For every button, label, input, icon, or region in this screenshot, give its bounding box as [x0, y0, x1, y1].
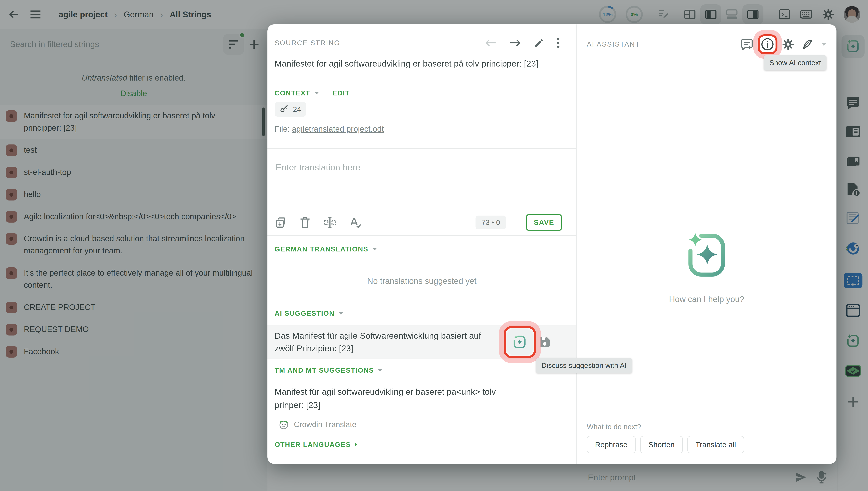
- ai-quick-actions: What to do next? Rephrase Shorten Transl…: [587, 423, 827, 453]
- chevron-down-icon: [314, 92, 319, 94]
- editor-toolbar: 73 • 0 SAVE: [274, 210, 562, 235]
- ai-assistant-logo: [683, 231, 730, 279]
- edit-source-icon[interactable]: [534, 38, 544, 48]
- shorten-button[interactable]: Shorten: [640, 436, 683, 453]
- next-string-icon[interactable]: [509, 38, 521, 48]
- char-counter: 73 • 0: [475, 215, 506, 229]
- file-link[interactable]: agiletranslated project.odt: [292, 124, 384, 134]
- show-ai-context-button[interactable]: [761, 38, 774, 51]
- crowdin-translate-icon: [279, 420, 289, 430]
- context-dropdown[interactable]: CONTEXT: [274, 89, 319, 97]
- ai-suggestion-text: Das Manifest für agile Softwareentwicklu…: [274, 329, 501, 355]
- translate-all-button[interactable]: Translate all: [687, 436, 744, 453]
- clear-translation-icon[interactable]: [299, 216, 311, 229]
- editor-panel: SOURCE STRING Manifestet for: [267, 24, 837, 464]
- collapse-chevron-icon[interactable]: [821, 43, 827, 46]
- show-ai-context-tooltip: Show AI context: [764, 55, 827, 70]
- ai-suggestion-row[interactable]: Das Manifest für agile Softwareentwicklu…: [267, 325, 576, 358]
- discuss-suggestion-tooltip: Discuss suggestion with AI: [536, 358, 632, 373]
- prompt-editor-quill-icon[interactable]: [802, 38, 813, 50]
- tm-provider-label: Crowdin Translate: [294, 420, 356, 429]
- translation-input[interactable]: [267, 149, 576, 210]
- string-key-chip[interactable]: 24: [274, 102, 306, 117]
- ai-assistant-section: AI ASSISTANT: [577, 24, 836, 464]
- ai-sparkle-icon: [512, 335, 527, 349]
- text-caret: [274, 163, 276, 174]
- save-suggestion-icon[interactable]: [538, 335, 551, 349]
- divider: [267, 235, 576, 236]
- ai-empty-state: How can I help you?: [577, 231, 836, 304]
- chevron-down-icon: [372, 248, 377, 251]
- new-conversation-icon[interactable]: [741, 38, 753, 50]
- copy-source-icon[interactable]: [274, 216, 287, 229]
- rephrase-button[interactable]: Rephrase: [587, 436, 636, 453]
- edit-context-button[interactable]: EDIT: [332, 89, 350, 97]
- crowdin-editor-screen: agile project › German › All Strings 12%…: [0, 0, 868, 491]
- translation-editor: [267, 149, 576, 210]
- save-button[interactable]: SAVE: [526, 213, 562, 231]
- info-icon: [761, 38, 774, 51]
- german-translations-dropdown[interactable]: GERMAN TRANSLATIONS: [274, 245, 377, 253]
- ai-settings-gear-icon[interactable]: [782, 38, 794, 51]
- key-icon: [280, 105, 289, 114]
- ai-greeting: How can I help you?: [577, 294, 836, 304]
- next-actions-label: What to do next?: [587, 423, 827, 431]
- discuss-suggestion-button[interactable]: [507, 329, 532, 355]
- select-text-icon[interactable]: [323, 216, 337, 229]
- source-string-text: Manifestet for agil softwareudvikling er…: [274, 59, 572, 68]
- previous-string-icon[interactable]: [485, 38, 496, 48]
- chevron-right-icon: [355, 442, 357, 447]
- ai-suggestion-dropdown[interactable]: AI SUGGESTION: [274, 310, 343, 317]
- file-row: File: agiletranslated project.odt: [274, 124, 384, 134]
- other-languages-toggle[interactable]: OTHER LANGUAGES: [274, 440, 357, 449]
- spellcheck-icon[interactable]: [349, 216, 362, 229]
- ai-assistant-title: AI ASSISTANT: [587, 40, 640, 48]
- chevron-down-icon: [378, 369, 383, 372]
- tm-mt-suggestions-dropdown[interactable]: TM AND MT SUGGESTIONS: [274, 366, 383, 374]
- source-string-title: SOURCE STRING: [274, 39, 340, 47]
- tm-suggestion-text[interactable]: Manifest für agil softwareudvikling er b…: [274, 385, 525, 412]
- chevron-down-icon: [338, 312, 343, 315]
- source-string-section: SOURCE STRING Manifestet for: [267, 24, 576, 464]
- more-options-icon[interactable]: [557, 38, 560, 48]
- tm-provider-row: Crowdin Translate: [279, 420, 356, 430]
- no-translations-message: No translations suggested yet: [267, 276, 576, 286]
